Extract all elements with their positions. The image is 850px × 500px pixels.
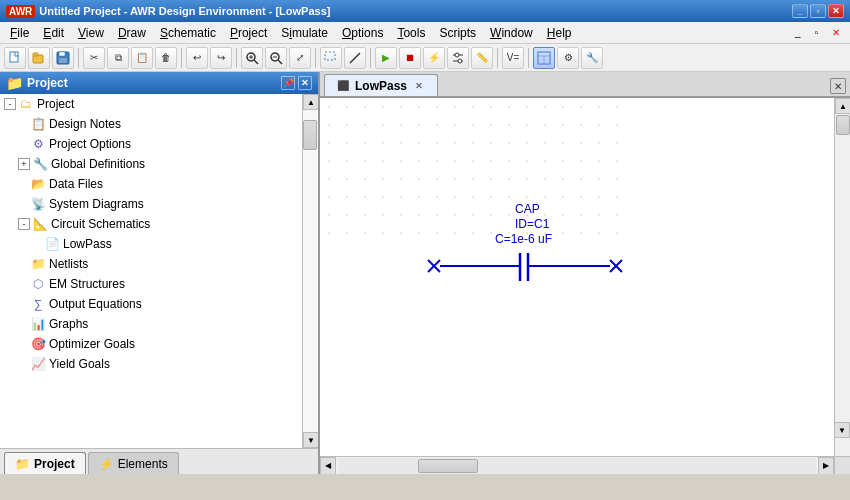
tree-item-circuit-schematics[interactable]: -📐Circuit Schematics [0,214,302,234]
tree-item-yield-goals[interactable]: 📈Yield Goals [0,354,302,374]
lowpass-tab[interactable]: ⬛ LowPass ✕ [324,74,438,96]
menu-project[interactable]: Project [224,24,273,42]
menu-tools[interactable]: Tools [391,24,431,42]
tree-label: LowPass [63,237,112,251]
tab-elements[interactable]: ⚡ Elements [88,452,179,474]
select-button[interactable] [320,47,342,69]
menu-close-app[interactable]: ✕ [826,25,846,40]
scroll-h-right[interactable]: ▶ [818,457,834,475]
fit-button[interactable]: ⤢ [289,47,311,69]
scroll-h-track[interactable] [338,458,816,474]
horizontal-scrollbar[interactable]: ◀ ▶ [320,456,834,474]
simulate-button[interactable]: ▶ [375,47,397,69]
panel-pin-button[interactable]: 📌 [281,76,295,90]
tree-item-project-options[interactable]: ⚙Project Options [0,134,302,154]
cut-button[interactable]: ✂ [83,47,105,69]
tree-icon-yield: 📈 [30,356,46,372]
tree-item-graphs[interactable]: 📊Graphs [0,314,302,334]
tree-expander[interactable]: - [18,218,30,230]
zoom-in-button[interactable] [241,47,263,69]
menu-simulate[interactable]: Simulate [275,24,334,42]
new-button[interactable] [4,47,26,69]
analyze-button[interactable]: ⚡ [423,47,445,69]
scroll-up-button[interactable]: ▲ [303,94,318,110]
project-tab-icon: 📁 [15,457,30,471]
save-button[interactable] [52,47,74,69]
tree-expander[interactable]: + [18,158,30,170]
zoom-out-button[interactable] [265,47,287,69]
measure-button[interactable]: 📏 [471,47,493,69]
scroll-v-thumb[interactable] [836,115,850,135]
open-button[interactable] [28,47,50,69]
scroll-thumb[interactable] [303,120,317,150]
tree-label: Optimizer Goals [49,337,135,351]
paste-button[interactable]: 📋 [131,47,153,69]
scroll-h-thumb[interactable] [418,459,478,473]
svg-line-8 [254,60,258,64]
menu-edit[interactable]: Edit [37,24,70,42]
redo-button[interactable]: ↪ [210,47,232,69]
panel-close-button[interactable]: ✕ [298,76,312,90]
tree-icon-doc: 📋 [30,116,46,132]
tree-item-em-structures[interactable]: ⬡EM Structures [0,274,302,294]
tune-button[interactable] [447,47,469,69]
undo-button[interactable]: ↩ [186,47,208,69]
scroll-down-button[interactable]: ▼ [303,432,318,448]
tree-item-design-notes[interactable]: 📋Design Notes [0,114,302,134]
main-content: 📁 Project 📌 ✕ -🗂Project📋Design Notes⚙Pro… [0,72,850,474]
settings-button[interactable]: ⚙ [557,47,579,69]
menu-view[interactable]: View [72,24,110,42]
tab-bar-right: ✕ [830,78,846,96]
vertical-scrollbar[interactable]: ▲ ▼ [834,98,850,456]
tree-icon-global: 🔧 [32,156,48,172]
panel-scrollbar[interactable]: ▲ ▼ [302,94,318,448]
extra-button[interactable]: 🔧 [581,47,603,69]
tree-expander[interactable]: - [4,98,16,110]
tree-item-global-definitions[interactable]: +🔧Global Definitions [0,154,302,174]
wire-button[interactable] [344,47,366,69]
tree-label: Yield Goals [49,357,110,371]
close-button[interactable]: ✕ [828,4,844,18]
scroll-v-down[interactable]: ▼ [834,422,850,438]
tree-item-output-equations[interactable]: ∑Output Equations [0,294,302,314]
tree-label: Output Equations [49,297,142,311]
tree-label: EM Structures [49,277,125,291]
schematic-close-button[interactable]: ✕ [830,78,846,94]
tree-item-project[interactable]: -🗂Project [0,94,302,114]
menu-window[interactable]: Window [484,24,539,42]
tree-item-data-files[interactable]: 📂Data Files [0,174,302,194]
menu-scripts[interactable]: Scripts [433,24,482,42]
stop-button[interactable]: ⏹ [399,47,421,69]
menu-options[interactable]: Options [336,24,389,42]
tree-item-netlists[interactable]: 📁Netlists [0,254,302,274]
canvas-area[interactable]: CAP ID=C1 C=1e-6 uF [320,98,850,474]
tab-project[interactable]: 📁 Project [4,452,86,474]
menu-minimize-app[interactable]: ▫ [808,25,824,40]
layout-button[interactable] [533,47,555,69]
tree-icon-netlists: 📁 [30,256,46,272]
delete-button[interactable]: 🗑 [155,47,177,69]
menu-file[interactable]: File [4,24,35,42]
lowpass-tab-close[interactable]: ✕ [413,80,425,92]
tree-label: Data Files [49,177,103,191]
component-id: ID=C1 [515,217,550,231]
menu-schematic[interactable]: Schematic [154,24,222,42]
menu-help[interactable]: Help [541,24,578,42]
component-value: C=1e-6 uF [495,232,552,246]
restore-button[interactable]: ▫ [810,4,826,18]
copy-button[interactable]: ⧉ [107,47,129,69]
tree-item-lowpass[interactable]: 📄LowPass [0,234,302,254]
schematic-svg: CAP ID=C1 C=1e-6 uF [320,98,834,456]
scroll-h-left[interactable]: ◀ [320,457,336,475]
tree-icon-em: ⬡ [30,276,46,292]
annotate-button[interactable]: V= [502,47,524,69]
scroll-corner [834,456,850,474]
menu-restore-app[interactable]: _ [789,25,807,40]
menu-draw[interactable]: Draw [112,24,152,42]
tree-item-optimizer-goals[interactable]: 🎯Optimizer Goals [0,334,302,354]
tree-item-system-diagrams[interactable]: 📡System Diagrams [0,194,302,214]
scroll-v-up[interactable]: ▲ [835,98,850,114]
minimize-button[interactable]: _ [792,4,808,18]
title-bar-controls: _ ▫ ✕ [792,4,844,18]
tree-label: Circuit Schematics [51,217,150,231]
